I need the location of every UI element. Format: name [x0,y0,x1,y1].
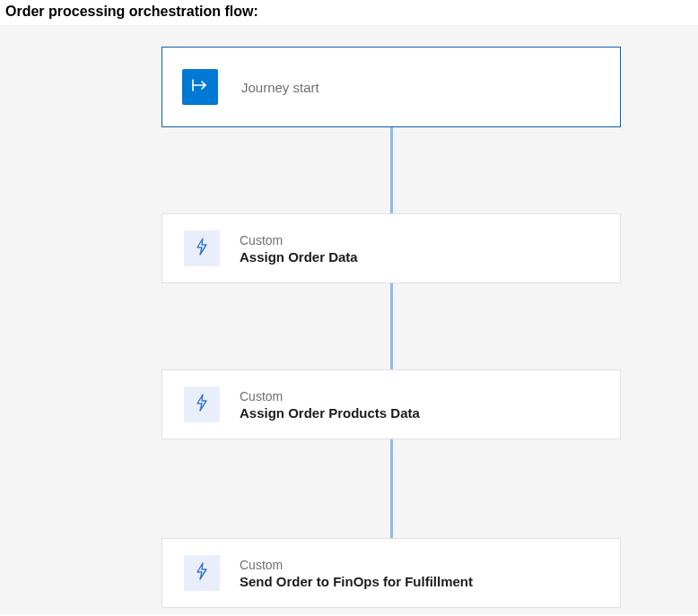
step-title-label: Assign Order Data [240,249,358,265]
flow-step-node[interactable]: Custom Assign Order Products Data [161,369,621,439]
start-icon-box [182,69,218,105]
lightning-icon [194,393,210,416]
step-node-text: Custom Assign Order Data [240,233,358,265]
arrow-start-icon [192,79,208,95]
lightning-icon [194,237,210,260]
flow-start-node[interactable]: Journey start [161,47,621,127]
step-icon-box [184,230,220,266]
svg-marker-2 [197,239,206,255]
flow-column: Journey start Custom Assign Order Data [161,47,621,608]
step-type-label: Custom [240,233,358,247]
step-type-label: Custom [240,389,420,403]
step-node-text: Custom Assign Order Products Data [240,389,420,421]
flow-step-node[interactable]: Custom Assign Order Data [161,213,621,283]
flow-connector [390,283,393,369]
step-type-label: Custom [240,558,473,572]
flow-step-node[interactable]: Custom Send Order to FinOps for Fulfillm… [161,538,621,608]
svg-marker-3 [197,395,206,411]
start-node-label: Journey start [241,80,319,95]
step-title-label: Send Order to FinOps for Fulfillment [240,574,473,589]
step-icon-box [184,386,220,422]
flow-canvas: Journey start Custom Assign Order Data [0,25,698,614]
svg-marker-4 [197,563,206,579]
flow-connector [390,439,393,538]
step-node-text: Custom Send Order to FinOps for Fulfillm… [240,558,473,589]
flow-connector [390,127,393,213]
page-title: Order processing orchestration flow: [0,0,698,25]
step-icon-box [184,555,220,591]
start-node-text: Journey start [241,80,319,95]
step-title-label: Assign Order Products Data [240,405,420,421]
lightning-icon [194,561,210,585]
